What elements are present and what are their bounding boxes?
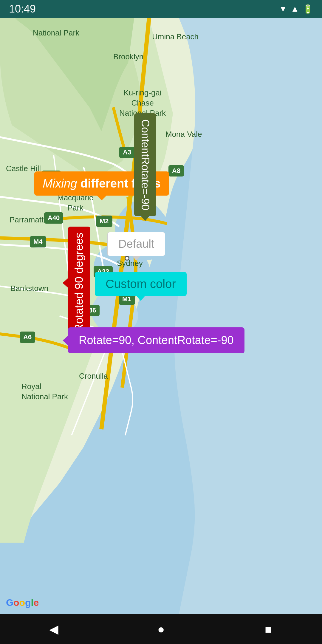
badge-a8: A8 — [168, 165, 184, 177]
map-container[interactable]: National Park Umina Beach Brooklyn Ku-ri… — [0, 18, 322, 614]
recents-button[interactable]: ■ — [256, 617, 280, 641]
home-button[interactable]: ● — [149, 617, 173, 641]
label-parramatta: Parramatta — [10, 215, 48, 225]
badge-a6: A6 — [20, 332, 35, 343]
label-umina-beach: Umina Beach — [152, 32, 199, 41]
marker-rotate-content-rotate[interactable]: Rotate=90, ContentRotate=-90 — [68, 327, 244, 353]
label-royal-national: RoyalNational Park — [21, 382, 68, 402]
marker-content-rotate[interactable]: ContentRotate=-90 — [134, 113, 156, 216]
label-cronulla: Cronulla — [79, 371, 108, 381]
marker-rotated-90[interactable]: Rotated 90 degrees — [68, 227, 90, 339]
label-brooklyn: Brooklyn — [113, 52, 143, 61]
marker-custom-color[interactable]: Custom color — [95, 272, 187, 296]
marker-default-text: Default — [118, 238, 154, 250]
marker-rotate90-text: Rotate=90, ContentRotate=-90 — [79, 334, 234, 346]
marker-custom-text: Custom color — [106, 277, 176, 290]
signal-icon: ▲ — [291, 4, 299, 14]
battery-icon: 🔋 — [303, 4, 313, 14]
marker-default[interactable]: Default — [107, 232, 165, 256]
wifi-icon: ▼ — [279, 4, 287, 14]
sydney-location-dot — [125, 256, 129, 261]
back-button[interactable]: ◀ — [42, 617, 66, 641]
label-macquarie-park: MacquariePark — [57, 193, 93, 213]
label-bankstown: Bankstown — [10, 284, 48, 293]
badge-m2: M2 — [96, 216, 112, 227]
badge-a3: A3 — [119, 147, 135, 158]
label-national-park: National Park — [33, 28, 79, 38]
status-time: 10:49 — [9, 3, 36, 15]
badge-a40: A40 — [44, 212, 63, 224]
marker-mixing-italic: Mixing — [43, 177, 77, 190]
label-mona-vale: Mona Vale — [165, 130, 202, 139]
status-icons: ▼ ▲ 🔋 — [279, 4, 313, 14]
marker-content-rotate-text: ContentRotate=-90 — [139, 119, 151, 210]
status-bar: 10:49 ▼ ▲ 🔋 — [0, 0, 322, 18]
marker-rotated-text: Rotated 90 degrees — [73, 233, 86, 332]
badge-m4: M4 — [30, 236, 46, 247]
google-logo: Google — [6, 597, 39, 608]
nav-bar: ◀ ● ■ — [0, 614, 322, 644]
